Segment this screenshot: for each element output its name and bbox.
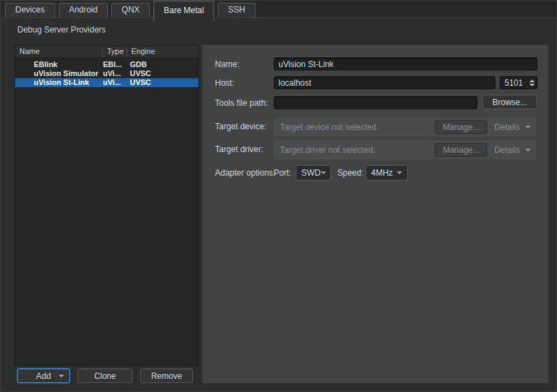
row-type: uVi...	[103, 69, 127, 78]
providers-table-body: EBlink EBl... GDB uVision Simulator uVi.…	[15, 58, 198, 87]
table-row-eblink[interactable]: EBlink EBl... GDB	[15, 60, 198, 69]
host-input[interactable]	[274, 76, 495, 89]
manage-button-label: Manage...	[443, 122, 480, 132]
add-button[interactable]: Add	[17, 368, 70, 383]
row-name: uVision Simulator	[15, 69, 103, 78]
chevron-down-icon	[525, 149, 531, 151]
column-header-engine[interactable]: Engine	[127, 46, 198, 57]
chevron-down-icon	[59, 375, 64, 377]
tab-qnx[interactable]: QNX	[111, 3, 150, 17]
speed-combobox-value: 4MHz	[371, 168, 393, 178]
host-label: Host:	[215, 78, 234, 88]
tools-file-path-input[interactable]	[274, 96, 478, 109]
chevron-down-icon	[321, 171, 326, 174]
manage-button-label: Manage...	[443, 145, 480, 155]
table-row-uvision-simulator[interactable]: uVision Simulator uVi... UVSC	[15, 69, 198, 78]
target-driver-manage-button[interactable]: Manage...	[435, 143, 487, 157]
providers-table: Name Type Engine EBlink EBl... GDB uVisi…	[15, 45, 199, 366]
tools-file-path-label: Tools file path:	[215, 98, 268, 108]
port-label: Port:	[274, 168, 291, 178]
port-combobox-value: SWD	[301, 168, 321, 178]
row-name: uVision St-Link	[15, 78, 103, 87]
row-engine: UVSC	[127, 78, 198, 87]
port-value: 5101	[500, 78, 526, 88]
target-device-manage-button[interactable]: Manage...	[435, 120, 487, 134]
chevron-down-icon	[525, 126, 531, 129]
clone-button-label: Clone	[94, 371, 115, 381]
details-label: Details	[494, 145, 520, 155]
column-header-type[interactable]: Type	[103, 46, 127, 57]
browse-button[interactable]: Browse...	[482, 95, 537, 109]
target-device-placeholder: Target device not selected.	[274, 122, 435, 132]
speed-combobox[interactable]: 4MHz	[366, 165, 408, 180]
bare-metal-options-window: Devices Android QNX Bare Metal SSH Debug…	[0, 0, 557, 392]
name-input[interactable]	[274, 57, 538, 71]
tab-devices[interactable]: Devices	[5, 3, 55, 17]
table-actions: Add Clone Remove	[17, 368, 193, 383]
target-driver-details-dropdown[interactable]: Details	[494, 145, 531, 155]
chevron-down-icon	[397, 171, 402, 174]
name-label: Name:	[215, 59, 239, 69]
speed-label: Speed:	[337, 168, 364, 178]
target-driver-label: Target driver:	[215, 144, 263, 154]
tab-bare-metal[interactable]: Bare Metal	[153, 1, 214, 21]
port-combobox[interactable]: SWD	[296, 165, 331, 180]
add-button-label: Add	[36, 371, 50, 381]
column-header-name[interactable]: Name	[15, 46, 103, 57]
device-tabs-bar: Devices Android QNX Bare Metal SSH	[1, 1, 556, 18]
row-type: EBl...	[103, 60, 127, 69]
remove-button[interactable]: Remove	[140, 368, 193, 383]
spin-down-icon[interactable]	[529, 84, 535, 86]
spin-arrows[interactable]	[526, 77, 537, 88]
tab-android[interactable]: Android	[59, 3, 108, 17]
target-driver-field: Target driver not selected. Manage... De…	[274, 140, 536, 159]
provider-details-panel: Name: Host: 5101 Tools file path: Browse…	[202, 45, 548, 383]
adapter-options-label: Adapter options:	[215, 168, 275, 178]
target-driver-placeholder: Target driver not selected.	[274, 145, 435, 155]
row-type: uVi...	[103, 78, 127, 87]
target-device-details-dropdown[interactable]: Details	[494, 122, 531, 132]
remove-button-label: Remove	[151, 371, 182, 381]
page-title: Debug Server Providers	[17, 25, 106, 35]
providers-table-header: Name Type Engine	[15, 46, 198, 58]
browse-button-label: Browse...	[492, 97, 527, 107]
details-label: Details	[494, 122, 520, 132]
row-engine: UVSC	[127, 69, 198, 78]
clone-button[interactable]: Clone	[77, 368, 133, 383]
table-row-uvision-st-link[interactable]: uVision St-Link uVi... UVSC	[15, 78, 198, 87]
target-device-field: Target device not selected. Manage... De…	[274, 118, 536, 136]
port-spinbox[interactable]: 5101	[500, 76, 538, 89]
row-name: EBlink	[15, 60, 103, 69]
row-engine: GDB	[127, 60, 198, 69]
tab-ssh[interactable]: SSH	[218, 3, 256, 17]
target-device-label: Target device:	[215, 122, 267, 131]
spin-up-icon[interactable]	[529, 80, 535, 82]
